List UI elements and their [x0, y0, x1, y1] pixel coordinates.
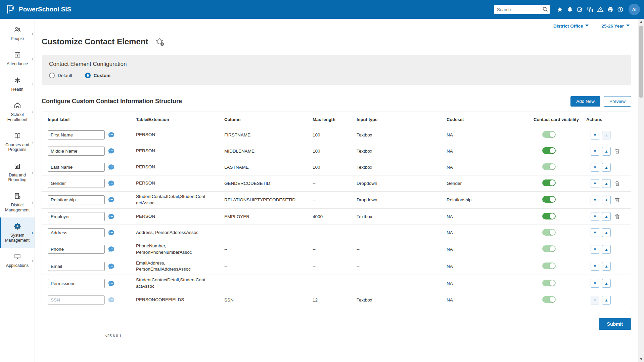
contact-card-visibility-toggle[interactable]: [542, 213, 556, 219]
alerts-icon[interactable]: [596, 5, 604, 14]
version-label: v25.6.0.1: [105, 334, 121, 338]
print-icon[interactable]: [606, 5, 614, 14]
comment-bubble-icon[interactable]: [108, 148, 115, 155]
move-up-button[interactable]: ▲: [602, 296, 611, 305]
move-up-button[interactable]: ▲: [602, 163, 611, 172]
move-down-button[interactable]: ▼: [591, 131, 599, 139]
input-label-field[interactable]: [48, 179, 105, 188]
move-up-button[interactable]: ▲: [602, 262, 611, 271]
vertical-scrollbar[interactable]: ▲ ▼: [638, 19, 644, 362]
comment-bubble-icon[interactable]: [108, 280, 115, 287]
add-new-button[interactable]: Add New: [570, 96, 600, 107]
codeset-value: NA: [447, 281, 534, 286]
input-label-field[interactable]: [48, 228, 105, 237]
contact-card-visibility-toggle[interactable]: [542, 196, 556, 203]
move-up-button[interactable]: ▲: [602, 228, 611, 237]
scroll-up-arrow[interactable]: ▲: [638, 19, 644, 25]
move-up-button[interactable]: ▲: [602, 279, 611, 288]
comment-bubble-icon[interactable]: [108, 263, 115, 270]
delete-row-button[interactable]: [613, 179, 621, 188]
people-icon: [14, 26, 21, 35]
comment-bubble-icon[interactable]: [108, 196, 115, 203]
move-down-button[interactable]: ▼: [591, 245, 599, 254]
move-down-button[interactable]: ▼: [591, 228, 599, 237]
comment-bubble-icon[interactable]: [108, 246, 115, 253]
submit-button[interactable]: Submit: [599, 318, 631, 330]
sidebar-item-courses-and-programs[interactable]: Courses and Programs ›: [0, 127, 35, 157]
sidebar-item-school-enrollment[interactable]: School Enrollment ›: [0, 97, 35, 127]
input-label-field[interactable]: [48, 262, 105, 271]
help-icon[interactable]: ?: [616, 5, 625, 14]
contact-card-visibility-toggle[interactable]: [542, 163, 556, 170]
input-label-field[interactable]: [48, 147, 105, 156]
input-label-field[interactable]: [48, 295, 105, 305]
input-label-field[interactable]: [48, 163, 105, 172]
move-down-button[interactable]: ▼: [591, 279, 599, 288]
radio-option-custom[interactable]: Custom: [85, 73, 110, 78]
move-down-button[interactable]: ▼: [591, 196, 599, 204]
move-down-button[interactable]: ▼: [591, 296, 599, 305]
preview-button[interactable]: Preview: [604, 96, 631, 107]
comment-bubble-icon[interactable]: [108, 180, 115, 187]
notifications-bell-icon[interactable]: [566, 5, 574, 14]
contact-card-visibility-toggle[interactable]: [542, 296, 556, 303]
move-up-button[interactable]: ▲: [602, 245, 611, 254]
move-up-button[interactable]: ▲: [602, 131, 611, 139]
contact-card-visibility-toggle[interactable]: [542, 147, 556, 154]
radio-label: Default: [58, 73, 72, 78]
radio-option-default[interactable]: Default: [49, 73, 72, 78]
comment-bubble-icon[interactable]: [108, 164, 115, 171]
contact-card-visibility-toggle[interactable]: [542, 229, 556, 236]
move-down-button[interactable]: ▼: [591, 212, 599, 221]
input-label-field[interactable]: [48, 130, 105, 139]
move-down-button[interactable]: ▼: [591, 163, 599, 172]
input-label-field[interactable]: [48, 279, 105, 288]
sidebar-item-attendance[interactable]: Attendance ›: [0, 46, 35, 71]
sidebar-item-applications[interactable]: Applications ›: [0, 248, 35, 273]
move-up-button[interactable]: ▲: [602, 179, 611, 188]
contact-card-visibility-toggle[interactable]: [542, 131, 556, 138]
toggle-knob: [550, 230, 555, 235]
contact-card-visibility-toggle[interactable]: [542, 280, 556, 286]
chevron-right-icon: ›: [32, 258, 33, 263]
scrollbar-thumb[interactable]: [639, 26, 643, 98]
comment-bubble-icon[interactable]: [108, 229, 115, 236]
contact-card-visibility-toggle[interactable]: [542, 179, 556, 186]
move-down-button[interactable]: ▼: [591, 262, 599, 271]
add-to-favorites-icon[interactable]: [155, 37, 165, 46]
delete-row-button[interactable]: [613, 196, 621, 204]
user-avatar[interactable]: AI: [629, 4, 640, 15]
input-label-field[interactable]: [48, 212, 105, 221]
input-label-field[interactable]: [48, 195, 105, 204]
contact-card-visibility-toggle[interactable]: [542, 263, 556, 269]
delete-row-button[interactable]: [613, 212, 621, 221]
delete-row-button[interactable]: [613, 147, 621, 156]
sidebar-item-people[interactable]: People ›: [0, 21, 35, 46]
comment-bubble-icon[interactable]: [108, 213, 115, 220]
column-value: GENDERCODESETID: [224, 181, 313, 186]
school-year-selector[interactable]: 25-26 Year: [601, 24, 630, 29]
scroll-down-arrow[interactable]: ▼: [638, 356, 644, 362]
left-navigation-sidebar: People › Attendance › Health › School En…: [0, 19, 35, 362]
move-up-button[interactable]: ▲: [602, 196, 611, 204]
sidebar-item-district-management[interactable]: District Management ›: [0, 187, 35, 217]
comment-bubble-icon[interactable]: [108, 131, 115, 138]
move-down-button[interactable]: ▼: [591, 179, 599, 188]
table-extension-value: PERSON: [136, 164, 209, 170]
school-scope-selector[interactable]: District Office: [553, 24, 589, 29]
move-up-button[interactable]: ▲: [602, 147, 611, 156]
sidebar-item-data-and-reporting[interactable]: Data and Reporting ›: [0, 157, 35, 188]
translate-icon[interactable]: Aa: [586, 5, 594, 14]
move-up-button[interactable]: ▲: [602, 212, 611, 221]
search-icon[interactable]: [542, 6, 548, 13]
comment-bubble-icon[interactable]: [108, 296, 115, 304]
table-row: StudentContactDetail,StudentContactAssoc…: [42, 191, 631, 208]
contact-card-visibility-toggle[interactable]: [542, 245, 556, 252]
move-down-button[interactable]: ▼: [591, 147, 599, 156]
sidebar-item-system-management[interactable]: System Management ›: [0, 217, 35, 248]
search-input[interactable]: [494, 5, 550, 14]
sidebar-item-health[interactable]: Health ›: [0, 72, 35, 97]
input-label-field[interactable]: [48, 245, 105, 254]
compose-icon[interactable]: [576, 5, 584, 14]
favorites-star-icon[interactable]: [556, 5, 564, 14]
